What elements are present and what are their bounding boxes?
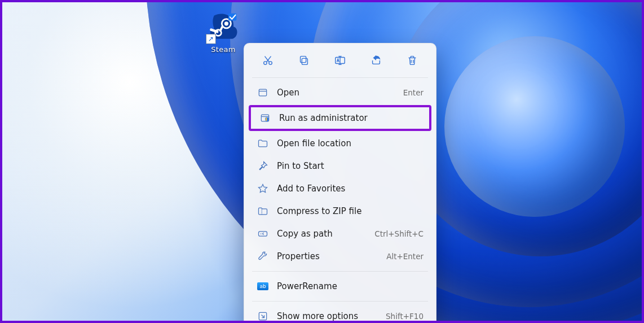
menu-item-powerrename[interactable]: ab PowerRename <box>249 275 431 298</box>
copy-icon <box>298 54 310 67</box>
menu-item-accel: Shift+F10 <box>386 312 424 321</box>
svg-rect-6 <box>302 58 307 64</box>
zip-icon <box>257 205 269 217</box>
svg-point-1 <box>224 21 228 25</box>
share-icon <box>370 54 382 67</box>
folder-icon <box>257 137 269 150</box>
shield-icon <box>259 112 271 124</box>
menu-item-accel: Enter <box>403 88 424 97</box>
svg-point-5 <box>269 62 272 65</box>
menu-item-label: PowerRename <box>277 281 416 291</box>
menu-item-accel: Alt+Enter <box>386 252 424 261</box>
svg-rect-7 <box>301 56 306 63</box>
cut-icon <box>262 54 274 67</box>
separator <box>252 301 428 302</box>
menu-item-label: Pin to Start <box>277 161 416 171</box>
menu-item-copy-as-path[interactable]: Copy as path Ctrl+Shift+C <box>249 222 431 245</box>
svg-rect-9 <box>259 89 266 96</box>
menu-item-open[interactable]: Open Enter <box>249 81 431 104</box>
path-icon <box>257 228 269 240</box>
menu-item-add-to-favorites[interactable]: Add to Favorites <box>249 177 431 200</box>
expand-icon <box>257 310 269 322</box>
menu-item-label: Open file location <box>277 138 416 149</box>
context-menu: Open Enter Run as administrator Open fil… <box>244 43 436 323</box>
separator <box>252 271 428 272</box>
powerrename-icon: ab <box>257 280 269 293</box>
menu-item-label: Add to Favorites <box>277 184 416 194</box>
highlight-box: Run as administrator <box>249 105 431 131</box>
menu-item-label: Show more options <box>277 311 378 321</box>
menu-item-label: Properties <box>277 251 378 261</box>
pin-icon <box>257 160 269 172</box>
desktop-shortcut-label: Steam <box>204 45 243 54</box>
context-menu-action-row <box>246 48 434 74</box>
rename-button[interactable] <box>329 50 351 71</box>
menu-item-properties[interactable]: Properties Alt+Enter <box>249 245 431 268</box>
wallpaper-swirl <box>444 36 625 217</box>
menu-item-pin-to-start[interactable]: Pin to Start <box>249 155 431 177</box>
menu-item-open-file-location[interactable]: Open file location <box>249 132 431 155</box>
wrench-icon <box>257 250 269 263</box>
menu-item-label: Copy as path <box>277 229 367 239</box>
copy-button[interactable] <box>293 50 315 71</box>
menu-item-compress-to-zip[interactable]: Compress to ZIP file <box>249 200 431 222</box>
delete-button[interactable] <box>401 50 424 71</box>
rename-icon <box>334 54 346 67</box>
menu-item-accel: Ctrl+Shift+C <box>374 229 424 238</box>
desktop-shortcut-steam[interactable]: ↗ Steam <box>204 12 243 54</box>
menu-item-show-more-options[interactable]: Show more options Shift+F10 <box>249 305 431 323</box>
menu-item-run-as-administrator[interactable]: Run as administrator <box>251 107 429 129</box>
share-button[interactable] <box>365 50 387 71</box>
menu-item-label: Compress to ZIP file <box>277 206 416 216</box>
separator <box>252 77 428 78</box>
window-icon <box>257 86 269 99</box>
menu-item-label: Run as administrator <box>279 113 413 123</box>
star-icon <box>257 182 269 195</box>
delete-icon <box>406 54 418 67</box>
cut-button[interactable] <box>257 50 279 71</box>
menu-item-label: Open <box>277 88 395 98</box>
svg-point-4 <box>264 62 267 65</box>
shortcut-arrow-badge: ↗ <box>206 34 216 44</box>
